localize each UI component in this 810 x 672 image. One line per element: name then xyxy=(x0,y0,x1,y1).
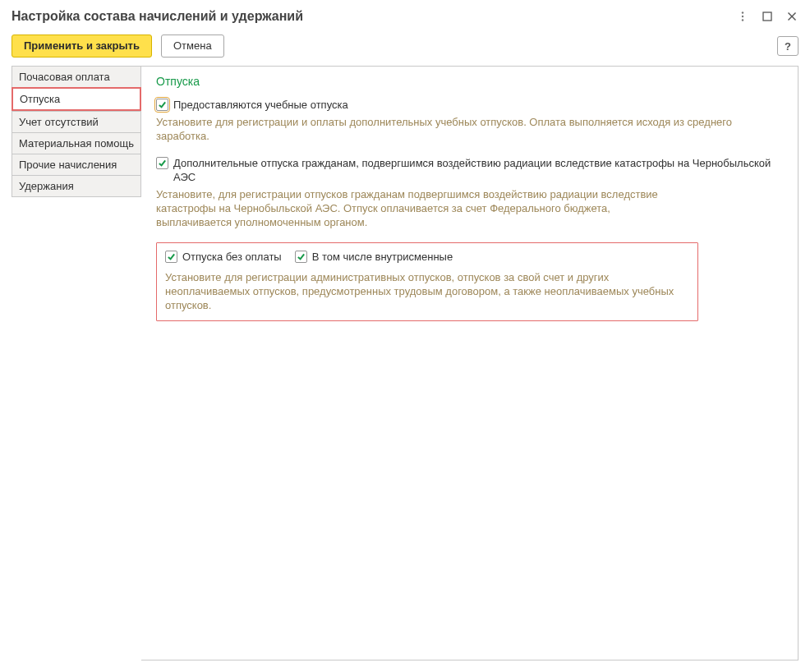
section-heading: Отпуска xyxy=(156,75,783,88)
svg-point-1 xyxy=(742,16,743,17)
cancel-button[interactable]: Отмена xyxy=(161,35,224,58)
option-desc-study-leave: Установите для регистрации и оплаты допо… xyxy=(156,115,783,143)
window-title: Настройка состава начислений и удержаний xyxy=(12,9,726,24)
sidebar-item-label: Отпуска xyxy=(20,93,60,105)
option-desc-chernobyl-leave: Установите, для регистрации отпусков гра… xyxy=(156,187,665,229)
option-chernobyl-leave: Дополнительные отпуска гражданам, подвер… xyxy=(156,156,783,184)
checkbox-intrashift[interactable] xyxy=(295,251,307,263)
workarea: Почасовая оплата Отпуска Учет отсутствий… xyxy=(0,66,810,672)
option-unpaid-leave-row: Отпуска без оплаты В том числе внутрисме… xyxy=(165,250,689,264)
toolbar: Применить и закрыть Отмена ? xyxy=(0,31,810,66)
option-label: Отпуска без оплаты xyxy=(182,250,282,264)
option-label: В том числе внутрисменные xyxy=(312,250,453,264)
sidebar-item-vacations[interactable]: Отпуска xyxy=(12,87,141,111)
option-unpaid-leave: Отпуска без оплаты xyxy=(165,250,282,264)
checkbox-chernobyl-leave[interactable] xyxy=(156,157,168,169)
sidebar-item-label: Почасовая оплата xyxy=(19,71,110,83)
sidebar-item-label: Прочие начисления xyxy=(19,159,117,171)
close-icon[interactable] xyxy=(784,8,800,25)
sidebar-item-material-aid[interactable]: Материальная помощь xyxy=(12,132,141,154)
svg-point-0 xyxy=(742,12,743,13)
kebab-menu-icon[interactable] xyxy=(734,8,751,25)
svg-point-2 xyxy=(742,19,743,21)
content-pane: Отпуска Предоставляются учебные отпуска … xyxy=(141,66,798,660)
checkbox-unpaid-leave[interactable] xyxy=(165,251,177,263)
apply-close-button[interactable]: Применить и закрыть xyxy=(12,35,152,58)
sidebar-item-label: Материальная помощь xyxy=(19,137,134,150)
sidebar: Почасовая оплата Отпуска Учет отсутствий… xyxy=(12,66,141,660)
titlebar: Настройка состава начислений и удержаний xyxy=(0,0,810,31)
settings-window: Настройка состава начислений и удержаний… xyxy=(0,0,810,672)
sidebar-item-hourly[interactable]: Почасовая оплата xyxy=(12,66,141,87)
highlighted-group: Отпуска без оплаты В том числе внутрисме… xyxy=(156,242,698,321)
sidebar-item-label: Удержания xyxy=(19,180,74,192)
sidebar-item-other-accruals[interactable]: Прочие начисления xyxy=(12,154,141,175)
sidebar-item-deductions[interactable]: Удержания xyxy=(12,175,141,197)
option-label: Дополнительные отпуска гражданам, подвер… xyxy=(173,156,783,184)
help-button[interactable]: ? xyxy=(777,36,798,56)
option-study-leave: Предоставляются учебные отпуска xyxy=(156,98,783,112)
option-label: Предоставляются учебные отпуска xyxy=(173,98,348,112)
svg-rect-3 xyxy=(763,12,771,21)
option-intrashift: В том числе внутрисменные xyxy=(295,250,453,264)
sidebar-item-label: Учет отсутствий xyxy=(19,116,99,128)
sidebar-item-absences[interactable]: Учет отсутствий xyxy=(12,111,141,132)
checkbox-study-leave[interactable] xyxy=(156,99,168,111)
maximize-icon[interactable] xyxy=(759,8,775,25)
option-desc-unpaid-leave: Установите для регистрации административ… xyxy=(165,270,689,312)
